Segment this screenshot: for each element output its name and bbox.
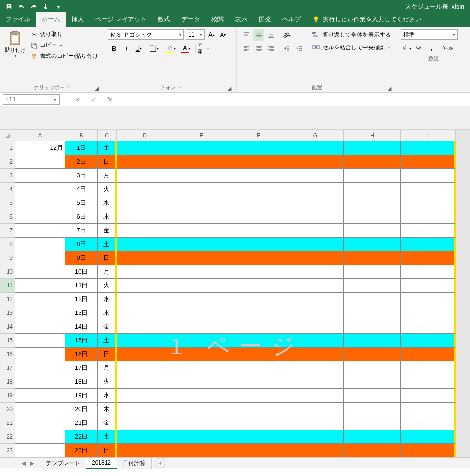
cell[interactable]: [287, 416, 344, 430]
cell-weekday[interactable]: 木: [98, 306, 117, 320]
tab-ホーム[interactable]: ホーム: [36, 12, 66, 27]
cell[interactable]: [287, 238, 344, 251]
increase-decimal-button[interactable]: .0→.00: [441, 43, 452, 54]
cell[interactable]: [287, 293, 344, 306]
cell[interactable]: [401, 141, 456, 155]
cell-weekday[interactable]: 土: [98, 141, 117, 155]
column-header[interactable]: F: [230, 130, 287, 141]
cell[interactable]: [173, 320, 230, 334]
column-header[interactable]: B: [65, 130, 98, 141]
cell[interactable]: [173, 306, 230, 320]
cell[interactable]: [15, 224, 65, 238]
copy-button[interactable]: コピー ▾: [28, 40, 100, 50]
cell-day[interactable]: 10日: [65, 265, 98, 279]
cell[interactable]: [230, 141, 287, 155]
cell[interactable]: [117, 279, 173, 293]
cell[interactable]: [230, 155, 287, 169]
cell[interactable]: [173, 169, 230, 183]
align-bottom-button[interactable]: [265, 29, 277, 41]
cell[interactable]: [15, 196, 65, 210]
cell[interactable]: [230, 361, 287, 375]
cell[interactable]: [401, 334, 456, 348]
cell[interactable]: [287, 279, 344, 293]
font-name-dropdown[interactable]: ＭＳ Ｐゴシック▾: [108, 29, 184, 40]
cell-weekday[interactable]: 月: [98, 361, 117, 375]
cell[interactable]: [344, 210, 401, 224]
cell[interactable]: [230, 444, 287, 457]
cell[interactable]: [15, 265, 65, 279]
cancel-formula-icon[interactable]: ✕: [71, 94, 83, 105]
cut-button[interactable]: ✂ 切り取り: [28, 29, 100, 39]
cell[interactable]: [344, 251, 401, 265]
cell-weekday[interactable]: 金: [98, 320, 117, 334]
row-header[interactable]: 16: [0, 348, 15, 361]
column-header[interactable]: C: [98, 130, 117, 141]
cell[interactable]: [173, 334, 230, 348]
cell[interactable]: [344, 361, 401, 375]
cell-weekday[interactable]: 木: [98, 403, 117, 416]
cell-weekday[interactable]: 日: [98, 155, 117, 169]
row-header[interactable]: 11: [0, 279, 15, 293]
cell[interactable]: [230, 348, 287, 361]
cell[interactable]: [15, 348, 65, 361]
cell-day[interactable]: 11日: [65, 279, 98, 293]
cell[interactable]: [117, 251, 173, 265]
cell-day[interactable]: 21日: [65, 416, 98, 430]
cell[interactable]: [230, 389, 287, 403]
cell[interactable]: [401, 403, 456, 416]
cell[interactable]: [401, 375, 456, 389]
underline-button[interactable]: U▾: [133, 43, 144, 54]
cell[interactable]: [401, 416, 456, 430]
cell[interactable]: [344, 389, 401, 403]
row-header[interactable]: 7: [0, 224, 15, 238]
cell[interactable]: [173, 430, 230, 444]
tab-数式[interactable]: 数式: [152, 12, 176, 27]
row-header[interactable]: 19: [0, 389, 15, 403]
name-box[interactable]: L11 ▾: [3, 94, 60, 105]
cell-weekday[interactable]: 水: [98, 196, 117, 210]
row-header[interactable]: 22: [0, 430, 15, 444]
cell-weekday[interactable]: 月: [98, 169, 117, 183]
cell-weekday[interactable]: 木: [98, 210, 117, 224]
cell[interactable]: [117, 141, 173, 155]
merge-center-button[interactable]: セルを結合して中央揃え ▾: [310, 42, 393, 53]
cell[interactable]: [401, 224, 456, 238]
cell[interactable]: [15, 238, 65, 251]
cell[interactable]: [401, 238, 456, 251]
cell-day[interactable]: 7日: [65, 224, 98, 238]
cell-weekday[interactable]: 日: [98, 444, 117, 457]
cell[interactable]: [15, 279, 65, 293]
cell[interactable]: [401, 279, 456, 293]
row-header[interactable]: 6: [0, 210, 15, 224]
row-header[interactable]: 17: [0, 361, 15, 375]
sheet-tab[interactable]: 201812: [86, 458, 117, 469]
cell[interactable]: [401, 320, 456, 334]
cell[interactable]: [117, 375, 173, 389]
cell[interactable]: [287, 361, 344, 375]
cell[interactable]: [173, 155, 230, 169]
cell[interactable]: [117, 320, 173, 334]
tab-挿入[interactable]: 挿入: [66, 12, 90, 27]
cell-day[interactable]: 22日: [65, 430, 98, 444]
cell[interactable]: [15, 334, 65, 348]
row-header[interactable]: 5: [0, 196, 15, 210]
cell-day[interactable]: 20日: [65, 403, 98, 416]
cell-weekday[interactable]: 土: [98, 334, 117, 348]
cell-weekday[interactable]: 火: [98, 279, 117, 293]
cell[interactable]: [401, 183, 456, 196]
cell[interactable]: [230, 210, 287, 224]
column-header[interactable]: H: [344, 130, 401, 141]
cell-weekday[interactable]: 月: [98, 265, 117, 279]
number-format-dropdown[interactable]: 標準▾: [401, 29, 458, 40]
cell[interactable]: [287, 306, 344, 320]
align-center-button[interactable]: [253, 43, 264, 54]
cell[interactable]: [344, 444, 401, 457]
cell[interactable]: [401, 444, 456, 457]
cell[interactable]: [287, 334, 344, 348]
cell[interactable]: [344, 224, 401, 238]
align-middle-button[interactable]: [253, 29, 264, 41]
align-right-button[interactable]: [265, 43, 277, 54]
row-header[interactable]: 23: [0, 444, 15, 457]
cell[interactable]: [117, 196, 173, 210]
cell[interactable]: [287, 403, 344, 416]
